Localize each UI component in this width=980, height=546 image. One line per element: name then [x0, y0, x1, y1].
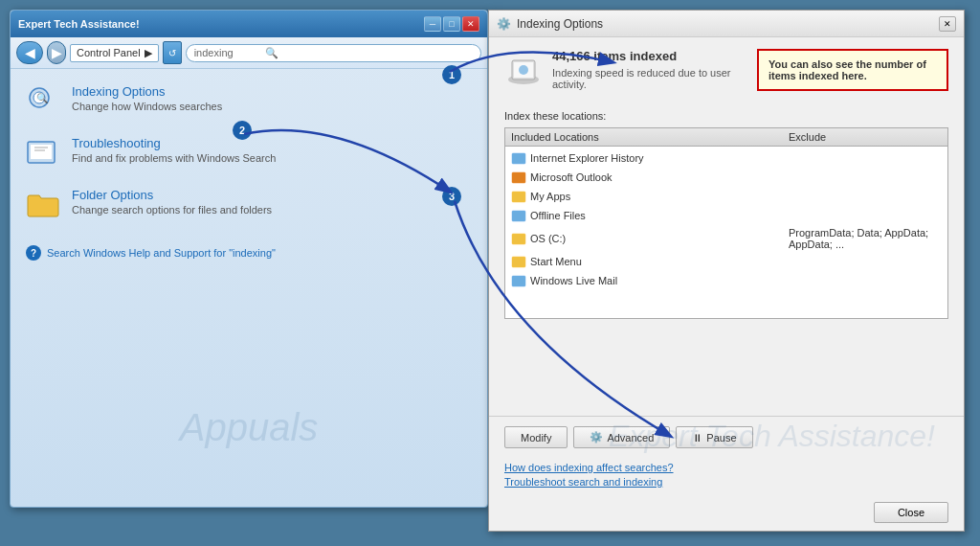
close-button-right[interactable]: Close [874, 502, 948, 523]
status-text: 44,166 items indexed Indexing speed is r… [552, 49, 747, 90]
troubleshooting-item[interactable]: Troubleshooting Find and fix problems wi… [26, 136, 472, 171]
indexing-affect-link[interactable]: How does indexing affect searches? [504, 462, 948, 473]
refresh-button[interactable]: ↺ [163, 41, 182, 64]
right-title-text: ⚙️ Indexing Options [497, 17, 603, 31]
close-row: Expert Tech Assistance! Close [489, 498, 964, 531]
section-label: Index these locations: [504, 110, 948, 122]
row-name: Offline Files [530, 210, 789, 221]
left-window-controls: ─ □ ✕ [424, 16, 479, 32]
row-icon [511, 231, 526, 246]
help-link[interactable]: ? Search Windows Help and Support for "i… [26, 245, 472, 261]
pause-label: Pause [706, 432, 736, 444]
row-icon [511, 208, 526, 223]
right-close-x[interactable]: ✕ [939, 16, 956, 32]
address-bar: ◀ ▶ Control Panel ▶ ↺ 🔍 [11, 37, 487, 69]
col-exclude: Exclude [789, 131, 942, 143]
row-icon [511, 150, 526, 166]
index-icon [504, 51, 543, 89]
folder-title[interactable]: Folder Options [72, 188, 272, 202]
row-name: Windows Live Mail [530, 275, 789, 286]
search-icon: 🔍 [265, 47, 278, 59]
left-window-title: Expert Tech Assistance! [18, 18, 140, 30]
row-name: Microsoft Outlook [530, 171, 789, 183]
indexing-options-item[interactable]: 🔍 Indexing Options Change how Windows se… [26, 84, 472, 119]
row-name: Start Menu [530, 256, 789, 267]
right-title-bar: ⚙️ Indexing Options ✕ [489, 11, 964, 37]
status-row: You can also see the number of items ind… [504, 49, 948, 99]
search-box[interactable]: 🔍 [186, 44, 481, 62]
row-icon [511, 189, 526, 204]
back-button[interactable]: ◀ [16, 41, 43, 64]
pause-button[interactable]: ⏸ Pause [676, 426, 752, 448]
troubleshooting-text: Troubleshooting Find and fix problems wi… [72, 136, 276, 164]
right-window: ⚙️ Indexing Options ✕ You can also see t… [488, 10, 965, 532]
svg-rect-4 [31, 145, 52, 159]
address-path[interactable]: Control Panel ▶ [70, 44, 159, 62]
table-body: Internet Explorer HistoryMicrosoft Outlo… [505, 147, 947, 292]
address-label: Control Panel [77, 47, 141, 58]
folder-desc: Change search options for files and fold… [72, 204, 272, 216]
table-row[interactable]: My Apps [505, 187, 947, 206]
help-icon: ? [26, 245, 41, 261]
arrow-icon: ▶ [145, 47, 152, 59]
pause-icon: ⏸ [692, 432, 702, 444]
forward-button[interactable]: ▶ [47, 41, 66, 64]
indexing-text: Indexing Options Change how Windows sear… [72, 84, 222, 112]
svg-rect-16 [512, 257, 525, 267]
table-row[interactable]: Internet Explorer History [505, 148, 947, 168]
right-content: You can also see the number of items ind… [489, 37, 964, 416]
indexing-title[interactable]: Indexing Options [72, 84, 222, 99]
troubleshooting-icon [26, 136, 60, 171]
locations-table: Included Locations Exclude Internet Expl… [504, 127, 948, 319]
step-badge-3: 3 [442, 187, 461, 206]
items-count: 44,166 items indexed [552, 49, 747, 63]
advanced-label: Advanced [607, 432, 654, 444]
search-input[interactable] [194, 47, 261, 58]
row-icon [511, 254, 526, 269]
indexing-icon: 🔍 [26, 84, 60, 119]
step-badge-2: 2 [233, 121, 252, 140]
speed-note: Indexing speed is reduced due to user ac… [552, 67, 747, 90]
right-window-title: Indexing Options [517, 17, 603, 31]
row-icon [511, 273, 526, 288]
row-exclude: ProgramData; Data; AppData; AppData; ... [789, 227, 942, 250]
modify-button[interactable]: Modify [504, 426, 568, 448]
row-name: Internet Explorer History [530, 152, 789, 164]
right-win-controls: ✕ [939, 16, 956, 32]
folder-text: Folder Options Change search options for… [72, 188, 272, 216]
svg-rect-15 [512, 234, 525, 244]
svg-rect-14 [512, 211, 525, 221]
troubleshooting-desc: Find and fix problems with Windows Searc… [72, 152, 276, 164]
table-row[interactable]: Offline Files [505, 206, 947, 225]
svg-rect-17 [512, 276, 525, 286]
troubleshoot-link[interactable]: Troubleshoot search and indexing [504, 476, 948, 488]
gear-icon: ⚙️ [497, 17, 511, 31]
table-row[interactable]: OS (C:)ProgramData; Data; AppData; AppDa… [505, 225, 947, 252]
step-badge-1: 1 [442, 65, 461, 84]
col-included: Included Locations [511, 131, 789, 143]
minimize-button[interactable]: ─ [424, 16, 441, 32]
row-name: My Apps [530, 191, 789, 202]
svg-point-10 [519, 65, 528, 75]
table-row[interactable]: Microsoft Outlook [505, 168, 947, 187]
svg-rect-13 [512, 192, 525, 202]
callout-box: You can also see the number of items ind… [757, 49, 948, 91]
bottom-buttons: Modify ⚙️ Advanced ⏸ Pause [489, 416, 964, 458]
row-name: OS (C:) [530, 233, 789, 244]
svg-rect-11 [512, 153, 525, 164]
links-area: How does indexing affect searches? Troub… [489, 458, 964, 498]
maximize-button[interactable]: □ [443, 16, 460, 32]
advanced-button[interactable]: ⚙️ Advanced [573, 426, 670, 448]
row-icon [511, 170, 526, 185]
indexing-desc: Change how Windows searches [72, 101, 222, 112]
table-header: Included Locations Exclude [505, 128, 947, 147]
table-row[interactable]: Windows Live Mail [505, 271, 947, 290]
left-watermark: Appuals [180, 406, 319, 449]
left-title-bar: Expert Tech Assistance! ─ □ ✕ [11, 11, 487, 37]
folder-options-item[interactable]: Folder Options Change search options for… [26, 188, 472, 222]
svg-text:🔍: 🔍 [36, 92, 49, 104]
table-row[interactable]: Start Menu [505, 252, 947, 271]
svg-rect-12 [512, 172, 525, 183]
close-button[interactable]: ✕ [462, 16, 479, 32]
advanced-icon: ⚙️ [590, 431, 603, 444]
